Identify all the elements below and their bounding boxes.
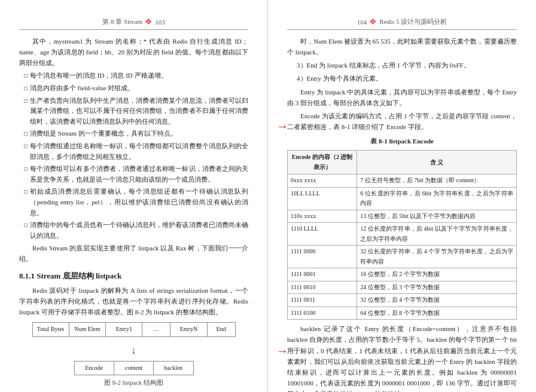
bullet-2: □ 消息内容由多个 field-value 对组成。 xyxy=(19,83,248,94)
left-page-content: 其中，mystream1 为 Stream 的名称；* 代表由 Redis 自行… xyxy=(19,36,248,392)
left-header-chapter: 第 8 章 Stream xyxy=(102,17,142,26)
table-cell-7-0: 1111 0011 xyxy=(288,294,357,307)
red-arrow-right: → xyxy=(276,341,288,361)
table-row: 1111 000032 位长度的字符串，后 4 个字节为字符串长度，之后为字符串… xyxy=(288,246,517,268)
table-cell-0-1: 7 位无符号整型，后 7bit 为数据（即 content） xyxy=(357,174,517,188)
entry-sub-diagram: Encode content backlen xyxy=(74,361,194,376)
bullet-text-2: 消息内容由多个 field-value 对组成。 xyxy=(30,83,248,94)
diagram-top-row: Total Bytes Num Elem Entry1 … EntryN End xyxy=(33,323,235,336)
left-header-page: 103 xyxy=(155,19,165,26)
diagram-cell-totalbytes: Total Bytes xyxy=(33,323,69,336)
bullet-icon-2: □ xyxy=(24,84,28,94)
table-row: 0xxx xxxx7 位无符号整型，后 7bit 为数据（即 content） xyxy=(288,174,517,188)
entry-encode-cell: Encode xyxy=(75,362,114,375)
after-table-text: backlen 记录了这个 Entry 的长度（Encode+content），… xyxy=(287,323,517,392)
table-cell-5-1: 16 位整型，后 2 个字节为数据 xyxy=(357,268,517,281)
table-cell-7-1: 32 位整型，后 4 个字节为数据 xyxy=(357,294,517,307)
table-header-row: Encode 的内容（2 进制表示） 含 义 xyxy=(288,151,517,174)
bullet-6: □ 每个消费组可以有多个消费者，消费者通过名称唯一标识，消费者之间的关系是竞争关… xyxy=(19,164,248,185)
table-cell-2-1: 13 位整型，后 5bit 以及下个字节为数据内容 xyxy=(357,210,517,223)
diagram-cell-entryn: EntryN xyxy=(170,323,207,336)
bullet-7: □ 初始成员消费消息后需要确认，每个消息组还都有一个待确认消息队列（pendin… xyxy=(19,186,248,218)
right-header-chapter: Redis 5 设计与源码分析 xyxy=(379,17,447,26)
table-cell-4-0: 1111 0000 xyxy=(288,246,357,268)
table-cell-0-0: 0xxx xxxx xyxy=(288,174,357,188)
bullet-text-8: 消费组中的每个成员也有一个待确认消息列，维护着该消费者已消费尚未确认的消息。 xyxy=(30,220,248,241)
table-row: 1110 LLLL12 位长度的字符串，后 4bit 以及下个字节为字符串长度，… xyxy=(288,223,517,246)
table-cell-6-0: 1111 0010 xyxy=(288,281,357,294)
right-point-3: 3）End 为 listpack 结束标志，占用 1 个字节，内容为 0xFF。 xyxy=(287,60,517,71)
bullet-text-3: 生产者负责向消息队列中生产消息，消费者消费某个消息流，消费者可以归属某个消费组，… xyxy=(30,96,248,127)
left-page: 第 8 章 Stream ❖ 103 其中，mystream1 为 Stream… xyxy=(0,0,268,392)
bullet-icon-7: □ xyxy=(24,187,28,197)
listpack-diagram: Total Bytes Num Elem Entry1 … EntryN End xyxy=(32,322,236,337)
right-page-header: 104 ❖ Redis 5 设计与源码分析 xyxy=(287,17,517,30)
down-arrow-icon: ↓ xyxy=(131,344,136,356)
right-page-content: 时，Num Elem 被设置为 65 535，此时如果需要获取元素个数，需要遍历… xyxy=(287,36,517,392)
diagram-cell-dots: … xyxy=(142,323,170,336)
bullet-text-7: 初始成员消费消息后需要确认，每个消息组还都有一个待确认消息队列（pending … xyxy=(30,186,248,218)
red-arrow-left: → xyxy=(276,117,288,136)
bullet-icon-1: □ xyxy=(24,71,28,81)
table-row: 110x xxxx13 位整型，后 5bit 以及下个字节为数据内容 xyxy=(288,210,517,223)
bullet-icon-5: □ xyxy=(24,142,28,152)
entry-content-cell: content xyxy=(114,362,154,375)
right-header-page: 104 xyxy=(357,19,367,26)
bullet-1: □ 每个消息有唯一的消息 ID，消息 ID 严格递增。 xyxy=(19,71,248,81)
intro-paragraph: 其中，mystream1 为 Stream 的名称；* 代表由 Redis 自行… xyxy=(19,36,248,68)
bullet-4: □ 消费组是 Stream 的一个重要概念，具有以下特点。 xyxy=(19,128,248,139)
bottom-text: Redis Stream 的底层实现主要使用了 listpack 以及 Rax … xyxy=(19,243,248,264)
table-row: 1111 001024 位整型，后 3 个字节为数据 xyxy=(288,281,517,294)
table-cell-8-0: 1111 0100 xyxy=(288,307,357,320)
table-cell-1-1: 6 位长度的字符串，后 6bit 为字符串长度，之后为字符串内容 xyxy=(357,187,517,210)
bullet-8: □ 消费组中的每个成员也有一个待确认消息列，维护着该消费者已消费尚未确认的消息。 xyxy=(19,220,248,241)
section-title-811: 8.1.1 Stream 底层结构 listpack xyxy=(19,270,248,282)
table-cell-6-1: 24 位整型，后 3 个字节为数据 xyxy=(357,281,517,294)
table-row: 1111 001132 位整型，后 4 个字节为数据 xyxy=(288,294,517,307)
right-point-4: 4）Entry 为每个具体的元素。 xyxy=(287,73,517,84)
table-cell-8-1: 64 位整型，后 8 个字节为数据 xyxy=(357,307,517,320)
table-col-encode: Encode 的内容（2 进制表示） xyxy=(288,151,357,174)
table-row: 1111 000116 位整型，后 2 个字节为数据 xyxy=(288,268,517,281)
table-col-meaning: 含 义 xyxy=(357,151,517,174)
left-header-dots: ❖ xyxy=(145,17,153,27)
table-row: 1111 010064 位整型，后 8 个字节为数据 xyxy=(288,307,517,320)
right-page: 104 ❖ Redis 5 设计与源码分析 时，Num Elem 被设置为 65… xyxy=(268,0,536,392)
bullet-icon-4: □ xyxy=(24,129,28,139)
diagram-cell-entry1: Entry1 xyxy=(106,323,142,336)
right-header-dots: ❖ xyxy=(369,17,377,27)
section-intro: Redis 源码对于 listpack 的解释为 A lists of stri… xyxy=(19,285,248,317)
table-cell-1-0: 10LL LLLL xyxy=(288,187,357,210)
table-cell-2-0: 110x xxxx xyxy=(288,210,357,223)
bullet-3: □ 生产者负责向消息队列中生产消息，消费者消费某个消息流，消费者可以归属某个消费… xyxy=(19,96,248,127)
bullet-icon-8: □ xyxy=(24,220,28,231)
diagram-caption: 图 8-2 listpack 结构图 xyxy=(19,378,248,388)
right-intro: 时，Num Elem 被设置为 65 535，此时如果需要获取元素个数，需要遍历… xyxy=(287,36,517,57)
bullet-icon-6: □ xyxy=(24,164,28,174)
left-page-header: 第 8 章 Stream ❖ 103 xyxy=(19,17,248,30)
entry-desc: Entry 为 listpack 中的具体元素，其内容可以为字符串或者整型，每个… xyxy=(287,87,517,108)
bullet-5: □ 每个消费组通过组名称唯一标识，每个消费组都可以消费整个消息队列的全部消息，多… xyxy=(19,141,248,162)
entry-sub-row: Encode content backlen xyxy=(75,362,193,375)
table-cell-3-0: 1110 LLLL xyxy=(288,223,357,246)
bullet-icon-3: □ xyxy=(24,96,28,106)
table-cell-4-1: 32 位长度的字符串，后 4 个字节为字符串长度，之后为字符串内容 xyxy=(357,246,517,268)
encode-desc: Encode 为该元素的编码方式，占用 1 个字节，之后是内容字节段 conte… xyxy=(287,111,517,132)
table-title: 表 8-1 listpack Encode xyxy=(287,136,517,146)
encode-table: Encode 的内容（2 进制表示） 含 义 0xxx xxxx7 位无符号整型… xyxy=(287,150,517,320)
book-spread: 第 8 章 Stream ❖ 103 其中，mystream1 为 Stream… xyxy=(0,0,536,392)
table-row: 10LL LLLL6 位长度的字符串，后 6bit 为字符串长度，之后为字符串内… xyxy=(288,187,517,210)
bullet-text-1: 每个消息有唯一的消息 ID，消息 ID 严格递增。 xyxy=(30,71,248,81)
diagram-cell-end: End xyxy=(208,323,235,336)
bullet-text-5: 每个消费组通过组名称唯一标识，每个消费组都可以消费整个消息队列的全部消息，多个消… xyxy=(30,141,248,162)
entry-backlen-cell: backlen xyxy=(154,362,193,375)
diagram-cell-numelem: Num Elem xyxy=(69,323,106,336)
bullet-text-6: 每个消费组可以有多个消费者，消费者通过名称唯一标识，消费者之间的关系是竞争关系，… xyxy=(30,164,248,185)
bullet-text-4: 消费组是 Stream 的一个重要概念，具有以下特点。 xyxy=(30,128,248,139)
table-cell-5-0: 1111 0001 xyxy=(288,268,357,281)
table-cell-3-1: 12 位长度的字符串，后 4bit 以及下个字节为字符串长度，之后为字符串内容 xyxy=(357,223,517,246)
